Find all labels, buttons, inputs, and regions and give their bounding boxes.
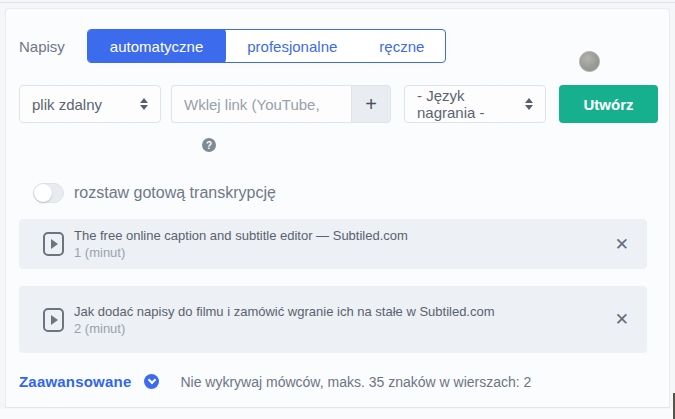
video-title: Jak dodać napisy do filmu i zamówić wgra… bbox=[74, 303, 495, 320]
tab-automatyczne[interactable]: automatyczne bbox=[87, 29, 226, 63]
tab-reczne[interactable]: ręczne bbox=[358, 30, 445, 62]
language-select-value: - Język nagrania - bbox=[417, 87, 525, 121]
link-input[interactable] bbox=[171, 85, 351, 123]
video-text: The free online caption and subtitle edi… bbox=[74, 227, 408, 261]
play-icon bbox=[43, 232, 64, 256]
plus-icon: + bbox=[365, 93, 377, 116]
video-list-item[interactable]: Jak dodać napisy do filmu i zamówić wgra… bbox=[19, 286, 647, 353]
advanced-summary: Nie wykrywaj mówców, maks. 35 znaków w w… bbox=[180, 374, 531, 390]
source-type-select[interactable]: plik zdalny bbox=[19, 85, 161, 123]
video-duration: 1 (minut) bbox=[74, 244, 408, 261]
add-link-button[interactable]: + bbox=[351, 85, 391, 123]
video-text: Jak dodać napisy do filmu i zamówić wgra… bbox=[74, 303, 495, 337]
toggle-knob bbox=[34, 184, 52, 202]
video-title: The free online caption and subtitle edi… bbox=[74, 227, 408, 244]
tab-profesjonalne[interactable]: profesjonalne bbox=[226, 30, 358, 62]
transcription-toggle-row: rozstaw gotową transkrypcję bbox=[33, 183, 276, 203]
advanced-link[interactable]: Zaawansowane bbox=[19, 373, 131, 390]
language-select[interactable]: - Język nagrania - bbox=[404, 85, 546, 123]
question-glyph: ? bbox=[206, 140, 212, 151]
advanced-row: Zaawansowane Nie wykrywaj mówców, maks. … bbox=[19, 373, 531, 390]
subtitles-panel: Napisy automatyczne profesjonalne ręczne… bbox=[5, 8, 670, 408]
napisy-label: Napisy bbox=[19, 38, 65, 55]
link-input-group: + bbox=[171, 85, 391, 123]
subtitle-mode-tab-group: automatyczne profesjonalne ręczne bbox=[87, 29, 447, 63]
chevron-down-icon[interactable] bbox=[144, 374, 159, 389]
select-arrows-icon bbox=[525, 98, 533, 110]
bottom-strip bbox=[0, 409, 675, 419]
close-icon[interactable]: ✕ bbox=[611, 309, 633, 330]
video-duration: 2 (minut) bbox=[74, 320, 495, 337]
toggle-label: rozstaw gotową transkrypcję bbox=[74, 184, 276, 202]
select-arrows-icon bbox=[140, 98, 148, 110]
play-icon bbox=[43, 308, 64, 332]
close-icon[interactable]: ✕ bbox=[611, 234, 633, 255]
transcription-toggle[interactable] bbox=[33, 183, 64, 203]
question-icon[interactable]: ? bbox=[202, 138, 216, 152]
source-type-value: plik zdalny bbox=[32, 96, 102, 113]
create-button[interactable]: Utwórz bbox=[559, 85, 658, 123]
recording-status-dot bbox=[579, 51, 600, 72]
mode-tabs-row: Napisy automatyczne profesjonalne ręczne bbox=[19, 29, 446, 63]
top-divider bbox=[0, 2, 675, 3]
create-subtitles-form: plik zdalny + - Język nagrania - Utwórz bbox=[19, 85, 658, 123]
video-list-item[interactable]: The free online caption and subtitle edi… bbox=[19, 219, 647, 269]
